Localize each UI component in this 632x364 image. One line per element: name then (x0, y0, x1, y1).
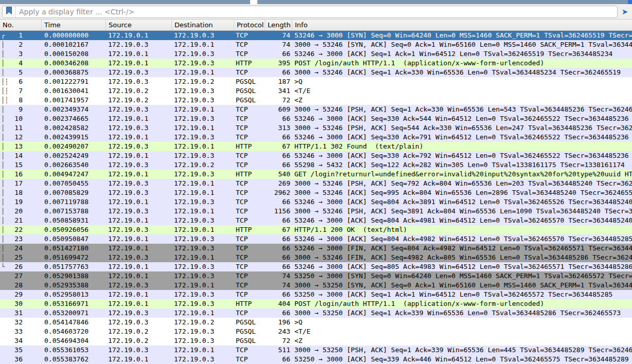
packet-row[interactable]: 35 0.055361053 172.19.0.3 172.19.0.1 TCP… (0, 345, 632, 355)
packet-row[interactable]: │┆6 0.001222791 172.19.0.3 172.19.0.2 PG… (0, 77, 632, 86)
packet-row[interactable]: │22 0.050926056 172.19.0.3 172.19.0.1 HT… (0, 225, 632, 234)
related-packet-mark-icon: │┆ (1, 77, 8, 86)
related-packet-mark-icon: │ (1, 225, 5, 234)
packet-number: 9 (7, 105, 23, 114)
packet-row[interactable]: │┆8 0.001741957 172.19.0.2 172.19.0.3 PG… (0, 96, 632, 105)
packet-row[interactable]: 36 0.055383762 172.19.0.1 172.19.0.3 TCP… (0, 355, 632, 364)
packet-no-cell: 28 (0, 281, 42, 290)
packet-no-cell: │18 (0, 188, 42, 197)
packet-no-cell: │13 (0, 142, 42, 151)
packet-source: 172.19.0.1 (106, 151, 172, 160)
packet-info: 3000 → 53246 [FIN, ACK] Seq=4982 Ack=805… (292, 253, 632, 262)
packet-no-cell: │24 (0, 244, 42, 253)
packet-row[interactable]: │2 0.000102167 172.19.0.3 172.19.0.1 TCP… (0, 40, 632, 49)
packet-row[interactable]: │18 0.007085829 172.19.0.3 172.19.0.1 TC… (0, 188, 632, 197)
packet-row[interactable]: │9 0.002349374 172.19.0.3 172.19.0.1 TCP… (0, 105, 632, 114)
packet-info: 3000 → 53246 [PSH, ACK] Seq=792 Ack=804 … (292, 179, 632, 188)
packet-protocol: PGSQL (234, 327, 265, 336)
packet-info: <Z (292, 96, 632, 105)
packet-protocol: HTTP (234, 59, 265, 68)
packet-no-cell: │25 (0, 253, 42, 262)
packet-row[interactable]: 31 0.053200971 172.19.0.3 172.19.0.1 TCP… (0, 308, 632, 318)
packet-row[interactable]: 34 0.054694304 172.19.0.2 172.19.0.3 PGS… (0, 336, 632, 345)
packet-row[interactable]: 33 0.054603720 172.19.0.2 172.19.0.3 PGS… (0, 327, 632, 336)
packet-time: 0.050950847 (42, 234, 106, 244)
packet-row[interactable]: │12 0.002439915 172.19.0.1 172.19.0.3 TC… (0, 133, 632, 142)
packet-source: 172.19.0.1 (106, 197, 172, 207)
packet-row[interactable]: 32 0.054147846 172.19.0.3 172.19.0.2 PGS… (0, 318, 632, 327)
packet-row[interactable]: │4 0.000346208 172.19.0.1 172.19.0.3 HTT… (0, 59, 632, 68)
packet-row[interactable]: 30 0.053166971 172.19.0.1 172.19.0.3 HTT… (0, 299, 632, 308)
display-filter-field[interactable] (2, 6, 618, 18)
column-header-destination[interactable]: Destination (172, 20, 234, 30)
column-header-length[interactable]: Length (265, 20, 292, 30)
packet-row[interactable]: │21 0.050858931 172.19.0.1 172.19.0.3 TC… (0, 216, 632, 225)
packet-source: 172.19.0.1 (106, 170, 172, 179)
column-header-protocol[interactable]: Protocol (234, 20, 265, 30)
packet-time: 0.001222791 (42, 77, 106, 86)
packet-destination: 172.19.0.1 (172, 105, 234, 114)
packet-protocol: TCP (234, 188, 265, 197)
filter-apply-arrow-icon[interactable]: ➤ (620, 5, 630, 19)
filter-bookmark-button[interactable] (3, 6, 16, 17)
packet-row[interactable]: │5 0.000368875 172.19.0.3 172.19.0.1 TCP… (0, 68, 632, 77)
packet-row[interactable]: 29 0.052958013 172.19.0.1 172.19.0.3 TCP… (0, 290, 632, 299)
packet-row[interactable]: │25 0.051699472 172.19.0.3 172.19.0.1 TC… (0, 253, 632, 262)
packet-info: HTTP/1.1 200 OK (text/html) (292, 225, 632, 234)
packet-info: 53246 → 3000 [ACK] Seq=1 Ack=1 Win=64512… (292, 49, 632, 59)
packet-list: ┌1 0.000000000 172.19.0.1 172.19.0.3 TCP… (0, 31, 632, 364)
packet-destination: 172.19.0.3 (172, 114, 234, 123)
packet-row[interactable]: 28 0.052935388 172.19.0.3 172.19.0.1 TCP… (0, 281, 632, 290)
packet-no-cell: │┆7 (0, 86, 42, 96)
related-packet-mark-icon: │ (1, 123, 5, 133)
packet-source: 172.19.0.1 (106, 271, 172, 281)
packet-no-cell: │5 (0, 68, 42, 77)
packet-number: 34 (7, 336, 23, 345)
related-packet-mark-icon: │ (1, 68, 5, 77)
packet-row[interactable]: │10 0.002374665 172.19.0.1 172.19.0.3 TC… (0, 114, 632, 123)
packet-info: 53246 → 3000 [SYN] Seq=0 Win=64240 Len=0… (292, 31, 632, 40)
column-header-source[interactable]: Source (106, 20, 172, 30)
column-header-info[interactable]: Info (292, 20, 632, 30)
packet-row[interactable]: 27 0.052901388 172.19.0.1 172.19.0.3 TCP… (0, 271, 632, 281)
packet-row[interactable]: │19 0.007119788 172.19.0.1 172.19.0.3 TC… (0, 197, 632, 207)
related-packet-mark-icon: ┌ (1, 31, 5, 40)
packet-time: 0.001630041 (42, 86, 106, 96)
packet-row[interactable]: │20 0.007153788 172.19.0.3 172.19.0.1 TC… (0, 207, 632, 216)
packet-time: 0.002349374 (42, 105, 106, 114)
packet-row[interactable]: │23 0.050950847 172.19.0.1 172.19.0.3 TC… (0, 234, 632, 244)
packet-row[interactable]: └26 0.051757763 172.19.0.1 172.19.0.3 TC… (0, 262, 632, 271)
packet-source: 172.19.0.3 (106, 318, 172, 327)
packet-row[interactable]: │16 0.004947247 172.19.0.1 172.19.0.3 HT… (0, 170, 632, 179)
display-filter-input[interactable] (16, 6, 617, 17)
packet-length: 74 (265, 40, 292, 49)
packet-destination: 172.19.0.3 (172, 216, 234, 225)
packet-no-cell: │2 (0, 40, 42, 49)
packet-source: 172.19.0.2 (106, 96, 172, 105)
packet-row[interactable]: │3 0.000150208 172.19.0.1 172.19.0.3 TCP… (0, 49, 632, 59)
packet-row[interactable]: │24 0.051427180 172.19.0.1 172.19.0.3 TC… (0, 244, 632, 253)
packet-source: 172.19.0.3 (106, 123, 172, 133)
packet-row[interactable]: │┆7 0.001630041 172.19.0.2 172.19.0.3 PG… (0, 86, 632, 96)
packet-no-cell: │┆6 (0, 77, 42, 86)
packet-row[interactable]: │11 0.002428582 172.19.0.3 172.19.0.1 TC… (0, 123, 632, 133)
packet-info: <T/E (292, 327, 632, 336)
column-header-no[interactable]: No. (0, 20, 42, 30)
window-control-button[interactable] (628, 0, 632, 4)
packet-row[interactable]: ┌1 0.000000000 172.19.0.1 172.19.0.3 TCP… (0, 31, 632, 40)
packet-source: 172.19.0.3 (106, 142, 172, 151)
packet-number: 17 (7, 179, 23, 188)
packet-length: 2962 (265, 188, 292, 197)
packet-info: 53250 → 3000 [ACK] Seq=1 Ack=1 Win=64512… (292, 290, 632, 299)
column-header-time[interactable]: Time (42, 20, 106, 30)
packet-length: 1156 (265, 207, 292, 216)
packet-number: 7 (7, 86, 23, 96)
packet-row[interactable]: │17 0.007050455 172.19.0.3 172.19.0.1 TC… (0, 179, 632, 188)
packet-row[interactable]: │14 0.002524249 172.19.0.1 172.19.0.3 TC… (0, 151, 632, 160)
packet-source: 172.19.0.1 (106, 216, 172, 225)
packet-no-cell: │17 (0, 179, 42, 188)
packet-destination: 172.19.0.3 (172, 271, 234, 281)
packet-source: 172.19.0.3 (106, 281, 172, 290)
packet-row[interactable]: │13 0.002490207 172.19.0.3 172.19.0.1 HT… (0, 142, 632, 151)
packet-row[interactable]: │15 0.002663540 172.19.0.3 172.19.0.2 TC… (0, 160, 632, 170)
